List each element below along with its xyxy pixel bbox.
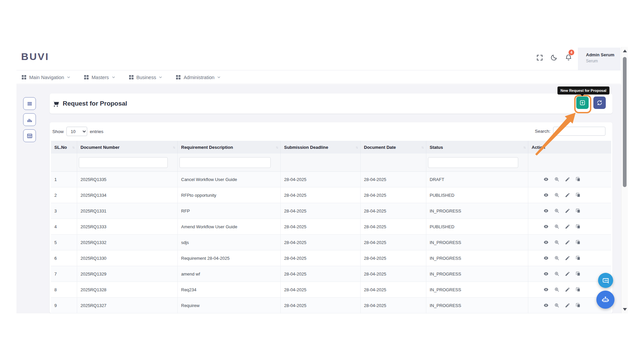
hamburger-icon xyxy=(26,101,33,107)
eye-icon xyxy=(543,240,549,245)
view-button[interactable] xyxy=(543,192,549,198)
copy-button[interactable] xyxy=(575,177,581,182)
copy-button[interactable] xyxy=(575,271,581,277)
chat-button[interactable] xyxy=(598,273,613,288)
eye-icon xyxy=(543,208,549,214)
cell-requirement-description: sdjs xyxy=(178,235,281,250)
copy-button[interactable] xyxy=(575,303,581,308)
view-button[interactable] xyxy=(543,224,549,230)
nav-item-masters[interactable]: Masters xyxy=(84,75,115,80)
column-header-requirement-description[interactable]: Requirement Description↑↓ xyxy=(178,141,281,154)
zoom-preview-button[interactable] xyxy=(554,240,559,245)
cell-slno: 5 xyxy=(51,235,77,250)
zoom-preview-button[interactable] xyxy=(554,255,559,261)
filter-document-number-input[interactable] xyxy=(79,157,168,168)
zoom-preview-button[interactable] xyxy=(554,177,559,182)
table-body: 1 2025RQ1335 Cancel Workflow User Guide … xyxy=(51,172,611,313)
cell-status: IN_PROGRESS xyxy=(426,250,528,266)
user-menu[interactable]: Admin Serum Serum xyxy=(578,48,621,70)
nav-item-business[interactable]: Business xyxy=(129,75,163,80)
view-button[interactable] xyxy=(543,287,549,293)
column-header-submission-deadline[interactable]: Submission Deadline↑↓ xyxy=(281,141,361,154)
table-row: 1 2025RQ1335 Cancel Workflow User Guide … xyxy=(51,172,611,187)
column-header-slno[interactable]: SL.No↑↓ xyxy=(51,141,77,154)
grid-icon xyxy=(21,75,26,80)
cell-requirement-description: amend wf xyxy=(178,266,281,282)
zoom-preview-button[interactable] xyxy=(554,271,559,277)
zoom-preview-button[interactable] xyxy=(554,208,559,214)
cell-status: IN_PROGRESS xyxy=(426,235,528,250)
copy-button[interactable] xyxy=(575,208,581,214)
nav-item-administration[interactable]: Administration xyxy=(176,75,221,80)
view-button[interactable] xyxy=(543,208,549,214)
bot-button[interactable] xyxy=(596,291,614,309)
scroll-down-arrow-icon[interactable] xyxy=(623,308,627,311)
copy-button[interactable] xyxy=(575,240,581,245)
edit-button[interactable] xyxy=(565,224,570,230)
pencil-icon xyxy=(565,287,570,292)
rail-chart-button[interactable] xyxy=(23,113,36,126)
edit-button[interactable] xyxy=(565,177,570,182)
chevron-down-icon xyxy=(67,75,70,79)
cell-requirement-description: Amend Workflow User Guide xyxy=(178,219,281,234)
edit-button[interactable] xyxy=(565,208,570,214)
fullscreen-button[interactable] xyxy=(535,54,544,62)
cell-actions xyxy=(528,250,611,266)
rail-menu-button[interactable] xyxy=(23,97,36,110)
copy-button[interactable] xyxy=(575,255,581,261)
cell-document-number: 2025RQ1329 xyxy=(77,266,178,282)
column-header-status[interactable]: Status↑↓ xyxy=(426,141,528,154)
view-button[interactable] xyxy=(543,240,549,245)
cell-status: PUBLISHED xyxy=(426,187,528,203)
copy-button[interactable] xyxy=(575,287,581,293)
scroll-up-arrow-icon[interactable] xyxy=(623,50,627,52)
dark-mode-button[interactable] xyxy=(549,54,558,62)
cell-document-date: 28-04-2025 xyxy=(361,282,426,297)
cell-document-date: 28-04-2025 xyxy=(361,203,426,219)
eye-icon xyxy=(543,287,549,292)
nav-item-label: Main Navigation xyxy=(29,75,64,80)
column-header-document-date[interactable]: Document Date↑↓ xyxy=(361,141,426,154)
rail-table-button[interactable] xyxy=(23,129,36,142)
eye-icon xyxy=(543,224,549,229)
cell-document-date: 28-04-2025 xyxy=(361,235,426,250)
table-row: 8 2025RQ1328 Req234 28-04-2025 28-04-202… xyxy=(51,282,611,298)
table-row: 3 2025RQ1331 RFP 28-04-2025 28-04-2025 I… xyxy=(51,203,611,219)
zoom-preview-button[interactable] xyxy=(554,303,559,308)
copy-icon xyxy=(576,240,581,245)
fullscreen-icon xyxy=(536,54,543,61)
column-header-document-number[interactable]: Document Number↑↓ xyxy=(77,141,178,154)
copy-button[interactable] xyxy=(575,192,581,198)
cell-submission-deadline: 28-04-2025 xyxy=(281,187,361,203)
edit-button[interactable] xyxy=(565,255,570,261)
edit-button[interactable] xyxy=(565,287,570,293)
view-button[interactable] xyxy=(543,271,549,277)
cell-document-number: 2025RQ1335 xyxy=(77,172,178,187)
view-button[interactable] xyxy=(543,177,549,182)
zoom-preview-button[interactable] xyxy=(554,287,559,293)
cell-status: DRAFT xyxy=(426,172,528,187)
chevron-down-icon xyxy=(112,75,115,79)
zoom-preview-button[interactable] xyxy=(554,224,559,230)
view-button[interactable] xyxy=(543,255,549,261)
cell-submission-deadline: 28-04-2025 xyxy=(281,298,361,313)
cell-status: IN_PROGRESS xyxy=(426,266,528,282)
edit-button[interactable] xyxy=(565,303,570,308)
scrollbar-thumb[interactable] xyxy=(623,57,627,187)
cart-icon xyxy=(52,100,59,107)
edit-button[interactable] xyxy=(565,240,570,245)
edit-button[interactable] xyxy=(565,192,570,198)
cell-document-date: 28-04-2025 xyxy=(361,266,426,282)
zoom-preview-button[interactable] xyxy=(554,192,559,198)
view-button[interactable] xyxy=(543,303,549,308)
filter-status-input[interactable] xyxy=(428,157,518,168)
pencil-icon xyxy=(565,192,570,198)
page-size-select[interactable]: 10 xyxy=(66,127,87,136)
copy-button[interactable] xyxy=(575,224,581,230)
refresh-icon xyxy=(596,100,603,106)
filter-requirement-description-input[interactable] xyxy=(179,157,271,168)
magnifier-plus-icon xyxy=(554,224,559,229)
nav-item-main-navigation[interactable]: Main Navigation xyxy=(21,75,70,80)
edit-button[interactable] xyxy=(565,271,570,277)
copy-icon xyxy=(576,192,581,198)
